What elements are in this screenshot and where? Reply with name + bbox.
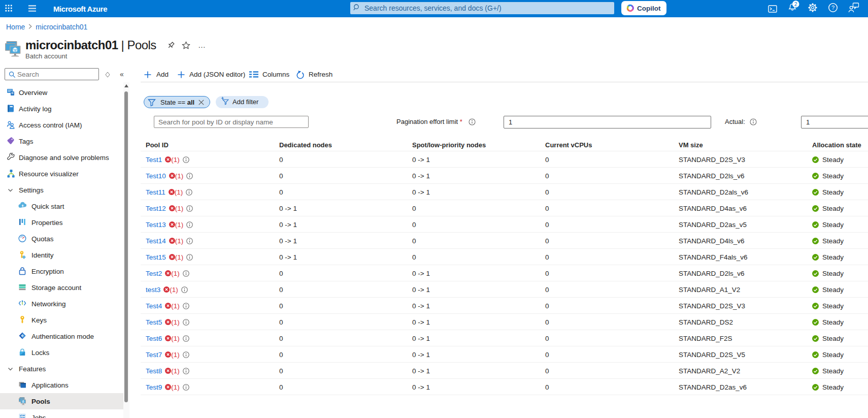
svg-text:2: 2 bbox=[794, 1, 797, 7]
svg-text:?: ? bbox=[831, 5, 834, 11]
